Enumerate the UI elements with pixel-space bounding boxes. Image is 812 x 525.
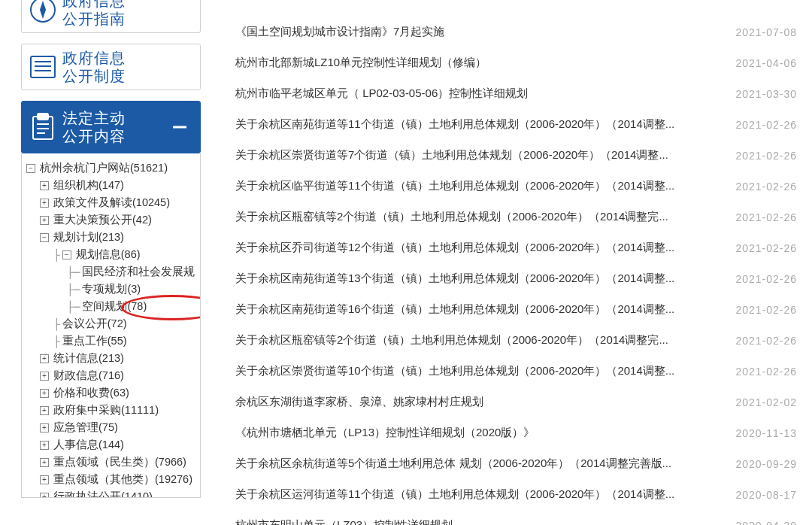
tree-label: 规划信息(86) [76, 247, 141, 262]
tree-toggle-icon[interactable]: + [40, 475, 49, 484]
tree-toggle-icon[interactable]: + [40, 423, 49, 432]
tree-label: 价格和收费(63) [53, 386, 129, 400]
article-date: 2021-02-26 [735, 119, 797, 131]
tree-toggle-icon[interactable]: + [40, 199, 49, 208]
article-row: 杭州市东明山单元（LZ03）控制性详细规划2020-04-30 [235, 510, 797, 525]
article-date: 2021-02-26 [735, 150, 797, 162]
tree-toggle-icon[interactable]: − [40, 233, 49, 242]
tree-label: 规划计划(213) [53, 230, 124, 244]
tree-toggle-icon[interactable]: + [40, 372, 49, 381]
tree-node[interactable]: ├─ 空间规划(78) [67, 298, 198, 315]
article-title[interactable]: 《杭州市塘栖北单元（LP13）控制性详细规划（2020版）》 [235, 426, 535, 440]
article-title[interactable]: 关于余杭区乔司街道等12个街道（镇）土地利用总体规划（2006-2020年）（2… [235, 241, 674, 255]
card-label: 政府信息 公开制度 [62, 49, 126, 85]
tree-node[interactable]: +统计信息(213) [40, 350, 198, 367]
tree-toggle-icon[interactable]: + [40, 493, 49, 499]
tree-label: 人事信息(144) [53, 438, 124, 452]
tree-node[interactable]: +重大决策预公开(42) [40, 211, 198, 229]
article-row: 关于余杭区乔司街道等12个街道（镇）土地利用总体规划（2006-2020年）（2… [235, 232, 797, 263]
tree-label: 国民经济和社会发展规 [82, 265, 195, 279]
article-title[interactable]: 关于余杭区南苑街道等16个街道（镇）土地利用总体规划（2006-2020年）（2… [235, 302, 674, 317]
article-row: 《国土空间规划城市设计指南》7月起实施2021-07-08 [235, 17, 797, 47]
card-label: 政府信息 公开指南 [62, 0, 126, 28]
article-row: 余杭区东湖街道李家桥、泉漳、姚家埭村村庄规划2021-02-02 [235, 387, 797, 417]
tree-label: 重大决策预公开(42) [53, 213, 152, 227]
article-title[interactable]: 关于余杭区瓶窑镇等2个街道（镇）土地利用总体规划（2006-2020年）（201… [235, 210, 668, 224]
tree-label: 政府集中采购(11111) [53, 403, 159, 417]
article-title[interactable]: 关于余杭区余杭街道等5个街道土地利用总体 规划（2006-2020年）（2014… [235, 457, 671, 471]
article-title[interactable]: 《国土空间规划城市设计指南》7月起实施 [235, 25, 444, 39]
article-date: 2021-07-08 [735, 26, 797, 38]
tree-node[interactable]: +人事信息(144) [40, 436, 198, 454]
tree-node[interactable]: ├−规划信息(86) [53, 246, 198, 263]
tree-label: 重点领域（民生类）(7966) [53, 455, 186, 469]
tree-node[interactable]: −杭州余杭门户网站(51621) [26, 159, 198, 177]
tree-toggle-icon[interactable]: − [26, 164, 35, 173]
article-row: 杭州市北部新城LZ10单元控制性详细规划（修编）2021-04-06 [235, 47, 797, 78]
article-title[interactable]: 关于余杭区崇贤街道等7个街道（镇）土地利用总体规划（2006-2020年）（20… [235, 148, 668, 162]
article-title[interactable]: 杭州市东明山单元（LZ03）控制性详细规划 [235, 518, 453, 525]
article-date: 2021-02-26 [735, 304, 797, 316]
article-date: 2021-03-30 [735, 88, 797, 100]
tree-node[interactable]: +政策文件及解读(10245) [40, 194, 198, 211]
tree-toggle-icon[interactable]: + [40, 458, 49, 467]
tree-node[interactable]: −规划计划(213) [40, 229, 198, 246]
tree-node[interactable]: +组织机构(147) [40, 177, 198, 194]
article-date: 2020-09-29 [735, 458, 797, 470]
tree-node[interactable]: +价格和收费(63) [40, 384, 198, 402]
tree-toggle-icon[interactable]: + [40, 181, 49, 190]
sidebar: 政府信息 公开指南 政府信息 公开制度 [0, 0, 222, 525]
clipboard-icon [23, 111, 62, 144]
tree-label: 重点工作(55) [62, 334, 127, 348]
article-title[interactable]: 关于余杭区南苑街道等11个街道（镇）土地利用总体规划（2006-2020年）（2… [235, 117, 674, 132]
tree-toggle-icon[interactable]: + [40, 389, 49, 398]
article-title[interactable]: 杭州市临平老城区单元（ LP02-03-05-06）控制性详细规划 [235, 86, 528, 101]
sidebar-card-statutory[interactable]: 法定主动 公开内容 [21, 101, 201, 153]
tree-toggle-icon[interactable]: − [62, 250, 71, 259]
article-date: 2020-08-17 [735, 489, 797, 501]
article-date: 2020-11-13 [735, 427, 797, 439]
article-title[interactable]: 关于余杭区临平街道等11个街道（镇）土地利用总体规划（2006-2020年）（2… [235, 179, 674, 193]
article-date: 2021-02-26 [735, 273, 797, 285]
article-row: 杭州市临平老城区单元（ LP02-03-05-06）控制性详细规划2021-03… [235, 78, 797, 109]
tree-label: 专项规划(3) [82, 282, 141, 296]
sidebar-card-system[interactable]: 政府信息 公开制度 [21, 44, 201, 90]
tree-toggle-icon[interactable]: + [40, 406, 49, 415]
article-date: 2021-02-26 [735, 181, 797, 193]
tree-node[interactable]: +应急管理(75) [40, 419, 198, 436]
tree-node[interactable]: +政府集中采购(11111) [40, 402, 198, 419]
tree-label: 行政执法公开(1410) [53, 490, 153, 498]
tree-label: 政策文件及解读(10245) [53, 196, 170, 210]
svg-rect-6 [38, 114, 48, 120]
article-title[interactable]: 关于余杭区南苑街道等13个街道（镇）土地利用总体规划（2006-2020年）（2… [235, 272, 674, 286]
tree-label: 重点领域（其他类）(19276) [53, 472, 192, 487]
article-date: 2021-02-26 [735, 335, 797, 347]
tree-label: 会议公开(72) [62, 317, 127, 331]
minus-icon [173, 126, 186, 129]
article-title[interactable]: 杭州市北部新城LZ10单元控制性详细规划（修编） [235, 56, 486, 70]
article-date: 2021-04-06 [735, 57, 797, 69]
tree-node[interactable]: +行政执法公开(1410) [40, 488, 198, 498]
category-tree[interactable]: −杭州余杭门户网站(51621)+组织机构(147)+政策文件及解读(10245… [21, 153, 201, 498]
article-row: 关于余杭区余杭街道等5个街道土地利用总体 规划（2006-2020年）（2014… [235, 448, 797, 479]
tree-node[interactable]: +重点领域（其他类）(19276) [40, 471, 198, 488]
tree-node[interactable]: +财政信息(716) [40, 367, 198, 384]
article-row: 关于余杭区南苑街道等16个街道（镇）土地利用总体规划（2006-2020年）（2… [235, 294, 797, 325]
article-title[interactable]: 关于余杭区运河街道等11个街道（镇）土地利用总体规划（2006-2020年）（2… [235, 487, 674, 502]
tree-label: 组织机构(147) [53, 178, 124, 193]
article-title[interactable]: 余杭区东湖街道李家桥、泉漳、姚家埭村村庄规划 [235, 395, 483, 409]
sidebar-card-guide[interactable]: 政府信息 公开指南 [21, 0, 201, 33]
article-title[interactable]: 关于余杭区瓶窑镇等2个街道（镇）土地利用总体规划（2006-2020年）（201… [235, 333, 668, 347]
article-row: 关于余杭区瓶窑镇等2个街道（镇）土地利用总体规划（2006-2020年）（201… [235, 325, 797, 356]
tree-node[interactable]: ├ 重点工作(55) [53, 332, 198, 350]
tree-node[interactable]: ├─ 专项规划(3) [67, 281, 198, 298]
tree-toggle-icon[interactable]: + [40, 441, 49, 450]
tree-node[interactable]: +重点领域（民生类）(7966) [40, 454, 198, 471]
tree-node[interactable]: ├─ 国民经济和社会发展规 [67, 263, 198, 281]
tree-toggle-icon[interactable]: + [40, 354, 49, 363]
document-icon [23, 50, 62, 83]
article-title[interactable]: 关于余杭区崇贤街道等10个街道（镇）土地利用总体规划（2006-2020年）（2… [235, 364, 674, 378]
article-row: 关于余杭区南苑街道等11个街道（镇）土地利用总体规划（2006-2020年）（2… [235, 109, 797, 140]
tree-toggle-icon[interactable]: + [40, 216, 49, 225]
tree-node[interactable]: ├ 会议公开(72) [53, 315, 198, 332]
